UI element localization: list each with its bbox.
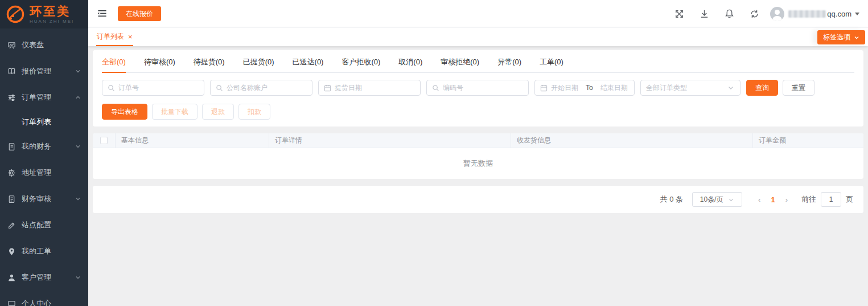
sidebar: 环至美 HUAN ZHI MEI 仪表盘 报价管理 [0,0,88,306]
code-no-input[interactable] [443,84,523,92]
status-tab-work-order[interactable]: 工单(0) [540,50,563,72]
refresh-icon[interactable] [749,9,760,19]
filter-row: 开始日期 To 结束日期 全部订单类型 查询 重置 [102,80,854,96]
pickup-date-input[interactable] [335,84,415,92]
globe-logo-icon [5,4,26,25]
sidebar-item-my-tickets[interactable]: 我的工单 [0,238,88,264]
page-size-value: 10条/页 [700,195,723,205]
start-date-placeholder: 开始日期 [551,83,578,93]
order-no-field[interactable] [102,80,204,96]
calendar-icon [540,84,548,92]
brand-name-cn: 环至美 [30,5,74,17]
order-no-input[interactable] [118,84,199,92]
sidebar-item-my-finance[interactable]: 我的财务 [0,133,88,160]
bulk-actions-row: 导出表格 批量下载 退款 扣款 [102,104,854,120]
search-icon [216,84,223,92]
close-icon[interactable]: × [128,33,133,40]
page-unit-label: 页 [846,194,853,205]
sidebar-item-site-config[interactable]: 站点配置 [0,212,88,238]
content-area: 全部(0) 待审核(0) 待提货(0) 已提货(0) 已送达(0) 客户拒收(0… [88,46,868,306]
current-page-button[interactable]: 1 [766,195,779,204]
sidebar-item-label: 仪表盘 [22,40,44,50]
tab-label: 订单列表 [97,32,124,42]
table-header-row: 基本信息 订单详情 收发货信息 订单金额 [93,133,863,148]
fullscreen-icon[interactable] [674,9,685,19]
top-bar: 在线报价 [88,0,868,27]
status-tab-delivered[interactable]: 已送达(0) [293,50,324,72]
sidebar-item-address-mgmt[interactable]: 地址管理 [0,160,88,186]
orders-icon [7,93,16,102]
sidebar-item-customer-mgmt[interactable]: 客户管理 [0,264,88,291]
pickup-date-field[interactable] [318,80,421,96]
filters-panel: 全部(0) 待审核(0) 待提货(0) 已提货(0) 已送达(0) 客户拒收(0… [93,50,863,127]
status-tab-abnormal[interactable]: 异常(0) [497,50,521,72]
sidebar-item-order-mgmt[interactable]: 订单管理 [0,84,88,111]
code-no-field[interactable] [426,80,529,96]
select-all-checkbox[interactable] [100,137,108,144]
company-account-input[interactable] [227,84,307,92]
status-tab-cancelled[interactable]: 取消(0) [398,50,422,72]
chevron-up-icon [75,95,81,100]
end-date-placeholder: 结束日期 [600,83,628,93]
status-tab-review-rejected[interactable]: 审核拒绝(0) [441,50,479,72]
sidebar-item-dashboard[interactable]: 仪表盘 [0,32,88,58]
email-suffix-text: qq.com [827,10,851,18]
topbar-right-group: qq.com [660,7,859,21]
chevron-down-icon [728,197,734,203]
status-tab-picked-up[interactable]: 已提货(0) [243,50,274,72]
order-status-tabs: 全部(0) 待审核(0) 待提货(0) 已提货(0) 已送达(0) 客户拒收(0… [102,50,854,73]
status-tab-customer-rejected[interactable]: 客户拒收(0) [342,50,380,72]
brand-logo: 环至美 HUAN ZHI MEI [0,0,88,28]
batch-download-button[interactable]: 批量下载 [152,104,198,120]
sidebar-item-label: 个人中心 [22,299,51,306]
sidebar-item-finance-audit[interactable]: 财务审核 [0,186,88,212]
chevron-down-icon [75,196,81,202]
goto-page-input[interactable] [821,192,841,207]
online-quote-button[interactable]: 在线报价 [118,6,161,21]
chevron-down-icon [75,68,81,74]
page-tab-bar: 订单列表 × 标签选项 [88,27,868,46]
edit-icon [7,221,16,230]
download-icon[interactable] [699,9,710,19]
company-account-field[interactable] [210,80,312,96]
main-area: 在线报价 [88,0,868,306]
tab-order-list[interactable]: 订单列表 × [96,28,133,46]
next-page-button[interactable]: › [780,195,793,204]
pagination-bar: 共 0 条 10条/页 ‹ 1 › 前往 页 [93,186,863,213]
status-tab-all[interactable]: 全部(0) [102,50,126,72]
gear-icon [7,169,16,177]
deduct-button[interactable]: 扣款 [238,104,270,120]
status-tab-pending-pickup[interactable]: 待提货(0) [194,50,225,72]
page-size-select[interactable]: 10条/页 [692,192,742,207]
search-icon [108,84,115,92]
sidebar-item-quote-mgmt[interactable]: 报价管理 [0,58,88,84]
bell-icon[interactable] [724,9,735,19]
prev-page-button[interactable]: ‹ [752,195,766,204]
quote-icon [7,67,16,76]
export-table-button[interactable]: 导出表格 [102,104,147,120]
sidebar-item-profile-center[interactable]: 个人中心 [0,291,88,306]
goto-label: 前往 [801,194,816,205]
column-header-order-detail: 订单详情 [269,133,511,148]
search-icon [432,84,439,92]
order-type-select[interactable]: 全部订单类型 [640,80,741,96]
brand-name-en: HUAN ZHI MEI [30,19,74,24]
sidebar-item-label: 财务审核 [22,194,51,204]
sidebar-fold-icon[interactable] [97,8,108,19]
sidebar-item-label: 订单管理 [22,92,51,103]
empty-state-text: 暂无数据 [93,148,863,179]
sidebar-subitem-order-list[interactable]: 订单列表 [0,111,88,133]
date-range-picker[interactable]: 开始日期 To 结束日期 [534,80,635,96]
chevron-down-icon [75,275,81,280]
user-account-menu[interactable]: qq.com [770,7,859,21]
pin-icon [7,247,16,256]
tag-options-button[interactable]: 标签选项 [817,30,865,44]
reset-button[interactable]: 重置 [783,80,814,96]
search-button[interactable]: 查询 [746,80,778,96]
refund-button[interactable]: 退款 [202,104,234,120]
column-header-order-amount: 订单金额 [753,133,863,148]
sidebar-subitem-label: 订单列表 [22,117,51,127]
chevron-down-icon [75,144,81,149]
tag-options-label: 标签选项 [823,32,850,42]
status-tab-pending-review[interactable]: 待审核(0) [144,50,175,72]
